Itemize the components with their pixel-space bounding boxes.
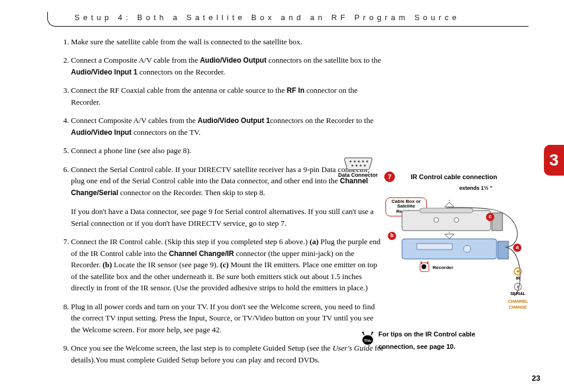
svg-point-1 [354,160,355,162]
step-1: Make sure the satellite cable from the w… [71,36,384,48]
step-text: Plug in all power cords and turn on your… [71,302,375,334]
step-text: Connect the RF Coaxial cable from the an… [71,86,287,95]
sub-marker: (c) [220,260,228,269]
step-text: Connect a Composite A/V cable from the [71,56,200,64]
svg-point-7 [359,164,361,166]
step-text: Connect the Serial Control cable. If you… [71,165,369,186]
sub-marker: (a) [310,237,319,246]
step-text: connectors on the Recorder to the [270,116,374,125]
step-text: Connect Composite A/V cables from the [71,116,197,125]
chapter-number: 3 [549,148,559,173]
marker-b: b [388,232,396,240]
marker-c: c [486,213,494,221]
connector-label: Audio/Video Output 1 [197,116,270,125]
step-9: Once you see the Welcome screen, the las… [71,342,384,365]
connector-label: Channel Change/IR [169,250,234,258]
connector-label: Audio/Video Output [200,56,266,64]
step-text: Connect a phone line (see also page 8). [71,146,192,155]
step-text: Locate the IR sensor (see page 9). [112,260,220,269]
step-5: Connect a phone line (see also page 8). [71,145,384,157]
jack-ir: IR [516,276,520,280]
step-6-alt: If you don't have a Data connector, see … [71,206,384,229]
svg-point-2 [358,160,359,162]
tip-callout: TiVo For tips on the IR Control cable co… [378,328,526,353]
diagram-title: IR Control cable connection [411,173,497,180]
page-title: Setup 4: Both a Satellite Box and an RF … [74,13,460,22]
svg-rect-9 [402,210,491,231]
step-2: Connect a Composite A/V cable from the A… [71,54,384,77]
svg-point-12 [454,218,459,222]
step-text: Connect the IR Control cable. (Skip this… [71,237,310,246]
serial-port-icon [343,157,373,171]
tip-line-1: For tips on the IR Control cable [378,331,475,338]
step-text: If you don't have a Data connector, see … [71,207,374,228]
connector-label: Audio/Video Input [71,128,131,137]
instruction-list-cont: Connect the IR Control cable. (Skip this… [47,236,384,365]
page-number: 23 [532,372,540,384]
jack-channel: CHANNEL CHANGE [506,299,530,311]
jack-serial: SERIAL [510,291,526,296]
step-text: connectors on the TV. [131,128,200,137]
step-text: connector on the Recorder. Then skip to … [118,188,265,197]
recorder-label: Recorder [433,265,453,271]
jack-icon [514,267,522,276]
marker-a: a [513,244,521,252]
jack-icon [514,283,522,291]
connector-label: RF In [287,86,304,95]
extends-label: extends 1½ " [420,184,532,193]
step-8: Plug in all power cords and turn on your… [71,301,384,336]
step-3: Connect the RF Coaxial cable from the an… [71,85,384,108]
svg-point-11 [434,218,439,222]
step-text: Make sure the satellite cable from the w… [71,37,302,46]
svg-point-21 [517,286,519,288]
svg-point-4 [366,160,368,162]
chapter-tab: 3 [544,145,564,176]
step-text: connectors on the satellite box to the [267,56,381,64]
step-4: Connect Composite A/V cables from the Au… [71,115,384,138]
tivo-logo-icon [420,263,429,272]
data-connector-label: Data Connector [338,172,378,178]
diagram-number-badge: 7 [384,171,395,182]
step-text: connectors on the Recorder. [137,67,225,76]
tip-line-2: connection, see page 10. [378,343,455,350]
data-connector-figure: Data Connector [336,157,380,179]
svg-point-5 [351,164,353,166]
sub-marker: (b) [102,260,112,269]
svg-point-6 [355,164,357,166]
step-text: Once you see the Welcome screen, the las… [71,344,332,352]
svg-point-19 [517,270,519,273]
connector-label: Audio/Video Input 1 [71,68,137,76]
jack-labels: IR SERIAL CHANNEL CHANGE [506,267,530,311]
ir-diagram: 7 IR Control cable connection extends 1½… [384,171,532,303]
svg-rect-17 [498,241,508,259]
svg-point-8 [364,164,365,166]
svg-point-0 [349,160,351,162]
svg-rect-10 [420,208,473,213]
svg-text:TiVo: TiVo [364,339,372,342]
svg-point-16 [463,245,471,252]
svg-point-3 [362,160,364,162]
header-bar: Setup 4: Both a Satellite Box and an RF … [47,12,529,27]
instruction-list: Make sure the satellite cable from the w… [47,36,384,199]
step-7: Connect the IR Control cable. (Skip this… [71,236,384,294]
tivo-logo-icon: TiVo [361,332,375,346]
svg-rect-15 [417,244,452,250]
device-stack-illustration [384,196,526,303]
